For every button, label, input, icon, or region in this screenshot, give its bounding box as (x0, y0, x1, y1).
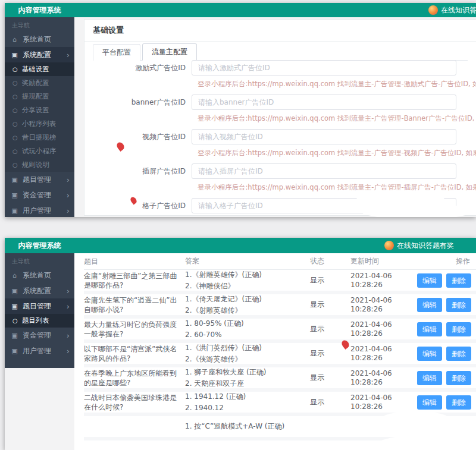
sidebar-subitem-question-list[interactable]: ○题目列表 (5, 314, 74, 328)
col-header-question: 题目 (84, 257, 185, 266)
sidebar-subitem-basic-settings[interactable]: ○基础设置 (5, 62, 74, 76)
delete-button[interactable]: 删除 (446, 371, 471, 385)
user-area[interactable]: 在线知识答题有奖 (384, 238, 454, 253)
edit-button[interactable]: 编辑 (417, 273, 442, 288)
field-help-text: 登录小程序后台:https://mp.weixin.qq.com 找到流量主-广… (198, 80, 476, 89)
form-field: banner广告位ID登录小程序后台:https://mp.weixin.qq.… (84, 92, 476, 127)
answer-cell: 1. 狮子座和牧夫座 (正确)2. 天鹅座和双子座 (185, 367, 310, 389)
circle-icon: ○ (12, 149, 18, 155)
answer-line: 1.《倚天屠龙记》(正确) (185, 294, 310, 305)
sidebar-item-question-manage[interactable]: ▣题目管理› (5, 172, 74, 187)
edit-button[interactable]: 编辑 (417, 347, 442, 361)
table-row: 金庸“射雕三部曲”之第三部曲是哪部作品?1.《射雕英雄传》(正确)2.《神雕侠侣… (84, 270, 476, 294)
question-cell: 二战时日本偷袭美国珍珠港是在什么时候? (84, 393, 185, 412)
edit-button[interactable]: 编辑 (417, 395, 442, 410)
answer-line: 2. 1940.12 (185, 402, 310, 414)
question-cell: 金庸“射雕三部曲”之第三部曲是哪部作品? (84, 271, 185, 290)
sidebar-subitem-label: 题目列表 (22, 316, 49, 325)
circle-icon: ○ (12, 162, 18, 168)
sidebar-item-label: 系统配置 (23, 286, 68, 296)
ad-id-input[interactable] (192, 163, 456, 179)
sidebar-item-system-config[interactable]: ▣系统配置› (5, 47, 74, 62)
user-avatar-icon (384, 241, 394, 250)
sidebar-subitem-withdraw-config[interactable]: ○提现配置 (5, 90, 74, 103)
status-cell: 显示 (310, 373, 350, 383)
field-label: 插屏广告位ID (84, 166, 192, 177)
sidebar-subitem-rules[interactable]: ○规则说明 (5, 158, 74, 172)
answer-cell: 1.《射雕英雄传》(正确)2.《神雕侠侣》 (185, 269, 310, 292)
actions-cell: 编辑删除 (412, 322, 476, 336)
sidebar-item-user-manage[interactable]: ▣用户管理› (5, 203, 74, 217)
edit-button[interactable]: 编辑 (417, 322, 442, 336)
sidebar-item-user-manage[interactable]: ▣用户管理› (5, 343, 74, 358)
edit-button[interactable]: 编辑 (417, 298, 442, 312)
updated-cell: 2021-04-06 10:28:26 (350, 320, 412, 338)
field-help-text: 登录小程序后台:https://mp.weixin.qq.com 找到流量主-广… (198, 149, 476, 158)
delete-button[interactable]: 删除 (446, 298, 471, 312)
cube-icon: ▣ (11, 347, 18, 355)
delete-button[interactable]: 删除 (446, 273, 471, 288)
sidebar-item-home[interactable]: ⌂系统首页 (5, 268, 74, 283)
sidebar-item-question-manage[interactable]: ▣题目管理› (5, 298, 74, 314)
updated-cell: 2021-04-06 10:28:26 (350, 345, 412, 363)
sidebar-subitem-past-withdraw-rank[interactable]: ○昔日提现榜 (5, 131, 74, 144)
table-row: 以下哪部不是“清宫派”武侠名家路风的作品?1.《洪门英烈传》(正确)2.《侠游英… (84, 343, 476, 367)
sidebar-item-label: 系统配置 (23, 50, 68, 60)
chevron-right-icon: › (67, 191, 70, 200)
home-icon: ⌂ (11, 272, 18, 279)
circle-icon: ○ (12, 67, 18, 73)
answer-line: 2.《射雕英雄传》 (185, 305, 310, 316)
user-name: 在线知识答题有奖 (397, 241, 454, 251)
cube-icon: ▣ (11, 207, 18, 215)
edit-button[interactable]: 编辑 (417, 371, 442, 385)
chevron-right-icon: › (67, 331, 70, 340)
delete-button[interactable]: 删除 (446, 322, 471, 336)
sidebar-subitem-share-settings[interactable]: ○分享设置 (5, 103, 74, 117)
user-avatar-icon (428, 5, 438, 15)
sidebar-subitem-trial-miniprogram[interactable]: ○试玩小程序 (5, 144, 74, 158)
circle-icon: ○ (12, 94, 18, 100)
page-title: 基础设置 (84, 20, 476, 42)
settings-card: 基础设置 平台配置 流量主配置 激励式广告位ID登录小程序后台:https://… (84, 19, 476, 216)
sidebar-item-funds-manage[interactable]: ▣资金管理› (5, 328, 74, 343)
sidebar-item-label: 用户管理 (23, 206, 68, 216)
chevron-right-icon: › (67, 51, 70, 59)
sidebar-item-home[interactable]: ⌂系统首页 (5, 32, 74, 47)
delete-button[interactable]: 删除 (446, 347, 471, 361)
ad-id-input[interactable] (192, 129, 456, 144)
sidebar-subitem-reward-config[interactable]: ○奖励配置 (5, 76, 74, 90)
answer-line: 1. 1941.12 (正确) (185, 391, 310, 402)
actions-cell: 编辑删除 (412, 347, 476, 361)
form-field: 激励式广告位ID登录小程序后台:https://mp.weixin.qq.com… (84, 58, 476, 92)
home-icon: ⌂ (11, 36, 18, 43)
circle-icon: ○ (12, 121, 18, 127)
sidebar-item-label: 题目管理 (23, 301, 68, 311)
table-row: 在春季晚上广东地区所能看到的星座是哪些?1. 狮子座和牧夫座 (正确)2. 天鹅… (84, 367, 476, 392)
col-header-status: 状态 (310, 256, 350, 266)
question-cell: 最大力量练习时它的负荷强度一般掌握在? (84, 320, 185, 339)
answer-cell: 1.《倚天屠龙记》(正确)2.《射雕英雄传》 (185, 294, 310, 316)
delete-button[interactable]: 删除 (446, 395, 471, 410)
ad-id-input[interactable] (192, 60, 456, 75)
answer-line: 2. 60-70% (185, 329, 310, 341)
sidebar-subitem-miniprogram-list[interactable]: ○小程序列表 (5, 117, 74, 131)
cube-icon: ▣ (11, 303, 18, 310)
field-help-text: 登录小程序后台:https://mp.weixin.qq.com 找到流量主-广… (198, 183, 476, 192)
table-row: 最大力量练习时它的负荷强度一般掌握在?1. 80-95% (正确)2. 60-7… (84, 319, 476, 343)
app-title: 内容管理系统 (5, 5, 74, 15)
status-cell: 显示 (310, 348, 350, 358)
col-header-answer: 答案 (185, 256, 310, 266)
nav-section-label: 主导航 (5, 253, 74, 268)
answer-line: 2. 天鹅座和双子座 (185, 378, 310, 389)
sidebar-subitem-label: 奖励配置 (22, 78, 49, 87)
status-cell: 显示 (310, 397, 350, 407)
sidebar-item-system-config[interactable]: ▣系统配置› (5, 283, 74, 298)
sidebar-item-label: 题目管理 (23, 175, 68, 185)
field-label: banner广告位ID (84, 97, 192, 108)
ad-id-input[interactable] (192, 95, 456, 110)
sidebar-item-funds-manage[interactable]: ▣资金管理› (5, 187, 74, 203)
sidebar-item-label: 用户管理 (23, 346, 68, 356)
chevron-right-icon: › (67, 287, 70, 295)
user-area[interactable]: 在线知识答题有奖 (428, 3, 476, 17)
question-cell: 金庸先生笔下的“逍遥二仙”出自哪部小说? (84, 295, 185, 314)
